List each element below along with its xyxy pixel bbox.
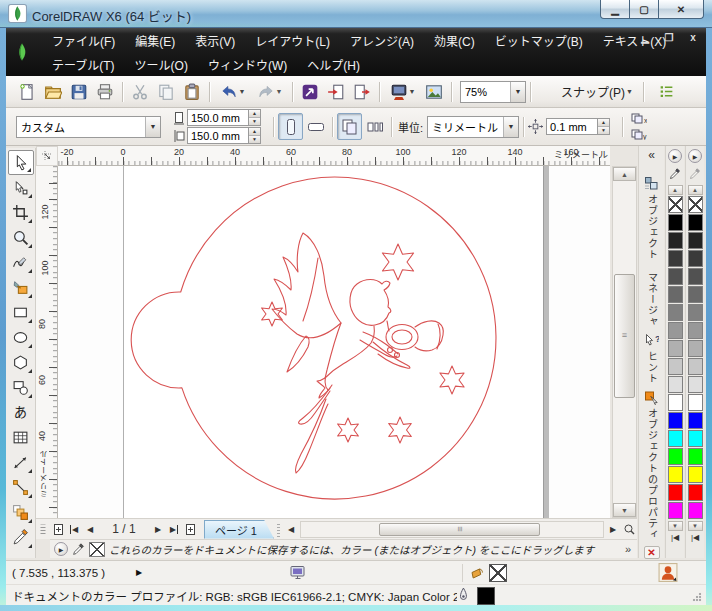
eyedropper-icon[interactable] <box>72 543 85 556</box>
pan-zoom-button[interactable] <box>621 521 637 538</box>
drawing-canvas[interactable] <box>58 166 610 518</box>
shape-tool[interactable] <box>8 175 34 200</box>
color-swatch[interactable] <box>668 448 683 465</box>
drag-handle[interactable] <box>41 524 46 534</box>
color-swatch[interactable] <box>688 466 703 483</box>
docker-tab-hints[interactable]: ヒント <box>647 351 657 384</box>
color-swatch[interactable] <box>668 286 683 303</box>
crop-tool[interactable] <box>8 200 34 225</box>
scroll-left-arrow[interactable]: ◀ <box>283 521 299 538</box>
menu-item-row1-5[interactable]: 効果(C) <box>424 29 485 52</box>
chevron-down-icon[interactable]: ▼ <box>409 88 416 95</box>
stencil-drawing[interactable] <box>58 166 610 518</box>
color-swatch[interactable] <box>688 448 703 465</box>
vertical-scroll-thumb[interactable] <box>614 274 635 398</box>
object-manager-icon[interactable] <box>643 174 661 192</box>
scroll-right-arrow[interactable]: ▶ <box>605 521 621 538</box>
color-swatch[interactable] <box>668 376 683 393</box>
import-button[interactable] <box>323 79 349 105</box>
star-outline[interactable] <box>338 418 359 442</box>
title-bar[interactable]: CorelDRAW X6 (64 ビット) ▁ ▢ ✕ <box>0 0 712 28</box>
menu-item-row1-3[interactable]: レイアウト(L) <box>245 29 340 52</box>
palette-scroll-up[interactable]: ▲ <box>668 185 683 195</box>
straight-line-connector-tool[interactable] <box>8 475 34 500</box>
freehand-tool[interactable] <box>8 250 34 275</box>
last-page-button[interactable]: ◀ <box>166 521 182 538</box>
color-swatch[interactable] <box>668 232 683 249</box>
no-color-swatch[interactable] <box>668 196 683 213</box>
chevron-down-icon[interactable]: ▼ <box>276 88 283 95</box>
eyedropper-icon[interactable] <box>669 166 681 184</box>
no-color-swatch[interactable] <box>688 196 703 213</box>
horizontal-scroll-thumb[interactable] <box>379 523 539 536</box>
menu-item-row1-0[interactable]: ファイル(F) <box>42 29 125 52</box>
color-swatch[interactable] <box>688 214 703 231</box>
previous-page-button[interactable]: ◀ <box>82 521 98 538</box>
palette-flyout-button[interactable]: ▶ <box>668 149 682 163</box>
fill-none-swatch[interactable] <box>489 564 507 582</box>
text-tool[interactable]: あ <box>8 400 34 425</box>
palette-scroll-first[interactable]: |◀ <box>668 531 683 544</box>
menu-item-row2-2[interactable]: ウィンドウ(W) <box>198 53 297 76</box>
welcome-screen-button[interactable] <box>421 79 447 105</box>
status-flyout-arrow[interactable]: ▶ <box>136 568 142 577</box>
color-swatch[interactable] <box>668 268 683 285</box>
color-swatch[interactable] <box>688 250 703 267</box>
palette-overflow-button[interactable]: » <box>619 543 637 555</box>
horizontal-scrollbar[interactable] <box>300 521 604 538</box>
palette-scroll-first[interactable]: |◀ <box>688 531 703 544</box>
color-swatch[interactable] <box>668 250 683 267</box>
chevron-down-icon[interactable]: ▼ <box>510 82 525 102</box>
table-tool[interactable] <box>8 425 34 450</box>
star-outline[interactable] <box>440 366 464 394</box>
outline-color-swatch[interactable] <box>477 587 495 605</box>
color-swatch[interactable] <box>668 322 683 339</box>
collapse-dockers-button[interactable]: « <box>648 146 655 166</box>
snap-dropdown-button[interactable]: スナップ(P) ▼ <box>555 80 639 103</box>
splitter-handle[interactable] <box>277 522 280 537</box>
close-docker-button[interactable]: ✕ <box>644 546 660 559</box>
color-swatch[interactable] <box>668 412 683 429</box>
horizontal-ruler[interactable]: ミリメートル -20020406080100120140160 <box>58 146 610 166</box>
page-width-spinner[interactable]: ▲▼ <box>249 109 261 126</box>
menu-item-row2-3[interactable]: ヘルプ(H) <box>297 53 370 76</box>
color-swatch[interactable] <box>688 340 703 357</box>
rectangle-tool[interactable] <box>8 300 34 325</box>
color-swatch[interactable] <box>688 304 703 321</box>
export-button[interactable] <box>349 79 375 105</box>
color-swatch[interactable] <box>688 394 703 411</box>
page-height-spinner[interactable]: ▲▼ <box>249 127 261 144</box>
zoom-tool[interactable] <box>8 225 34 250</box>
color-swatch[interactable] <box>668 340 683 357</box>
monitor-icon[interactable] <box>290 566 306 580</box>
coreldraw-logo-icon[interactable] <box>9 31 35 73</box>
options-button[interactable] <box>654 79 680 105</box>
color-swatch[interactable] <box>668 358 683 375</box>
page-preset-combo[interactable]: カスタム ▼ <box>16 116 161 138</box>
color-swatch[interactable] <box>688 322 703 339</box>
chevron-down-icon[interactable]: ▼ <box>145 117 160 137</box>
first-page-button[interactable]: ◀ <box>66 521 82 538</box>
units-combo[interactable]: ミリメートル ▼ <box>427 116 519 138</box>
menu-item-row2-0[interactable]: テーブル(T) <box>42 53 125 76</box>
color-swatch[interactable] <box>668 214 683 231</box>
user-account-icon[interactable] <box>658 563 678 582</box>
menu-item-row1-2[interactable]: 表示(V) <box>185 29 245 52</box>
basic-shapes-tool[interactable] <box>8 375 34 400</box>
menu-item-row1-6[interactable]: ビットマップ(B) <box>485 29 593 52</box>
zoom-level-combo[interactable]: 75% ▼ <box>460 81 526 103</box>
color-swatch[interactable] <box>688 376 703 393</box>
search-content-button[interactable] <box>297 79 323 105</box>
parallel-dimension-tool[interactable] <box>8 450 34 475</box>
doc-minimize-button[interactable]: ▁ <box>638 32 652 43</box>
nudge-spinner[interactable]: ▲▼ <box>598 118 610 135</box>
color-swatch[interactable] <box>668 430 683 447</box>
docker-tab-object-manager[interactable]: オブジェクト マネージャ <box>647 194 657 327</box>
color-swatch[interactable] <box>668 502 683 519</box>
menu-item-row1-4[interactable]: アレンジ(A) <box>340 29 424 52</box>
star-outline[interactable] <box>262 302 283 326</box>
page-tab[interactable]: ページ 1 <box>204 520 274 539</box>
chevron-down-icon[interactable]: ▼ <box>503 117 518 137</box>
portrait-button[interactable] <box>278 113 303 140</box>
new-document-button[interactable] <box>14 79 40 105</box>
